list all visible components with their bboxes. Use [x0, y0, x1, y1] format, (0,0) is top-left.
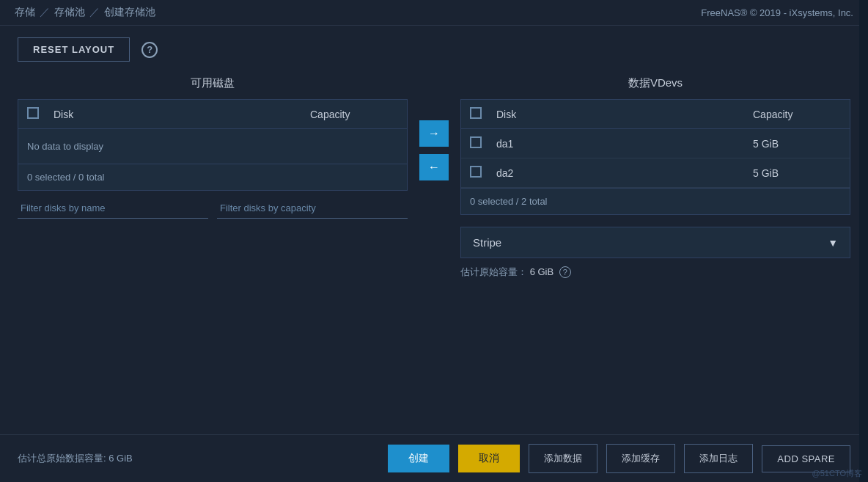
panels-container: 可用磁盘 Disk Capacity No data to display 0 …	[18, 76, 850, 279]
raw-capacity-value: 6 GiB	[530, 266, 554, 277]
row1-check	[470, 136, 496, 150]
dropdown-arrow-icon: ▼	[828, 237, 838, 249]
help-icon[interactable]: ?	[141, 42, 158, 58]
main-content: RESET LAYOUT ? 可用磁盘 Disk Capacity No dat…	[0, 26, 868, 291]
scrollbar[interactable]	[859, 0, 868, 482]
stripe-section: Stripe ▼ 估计原始容量： 6 GiB ?	[460, 227, 850, 279]
transfer-left-button[interactable]: ←	[419, 154, 449, 180]
table-row: da1 5 GiB	[461, 129, 850, 158]
breadcrumb-create[interactable]: 创建存储池	[104, 6, 155, 19]
table-row: da2 5 GiB	[461, 158, 850, 188]
no-data-message: No data to display	[18, 129, 407, 164]
breadcrumb-storage[interactable]: 存储	[15, 6, 35, 19]
right-panel: 数据VDevs Disk Capacity da1 5 GiB	[460, 76, 850, 279]
left-col-capacity-header: Capacity	[310, 109, 398, 120]
transfer-right-button[interactable]: →	[419, 120, 449, 147]
header-check-right	[470, 107, 496, 121]
reset-layout-button[interactable]: RESET LAYOUT	[18, 37, 130, 62]
sep2: ／	[89, 6, 100, 19]
right-col-capacity-header: Capacity	[753, 109, 841, 120]
left-table-footer: 0 selected / 0 total	[18, 164, 407, 190]
select-all-left-checkbox[interactable]	[27, 107, 39, 119]
select-all-right-checkbox[interactable]	[470, 107, 482, 119]
available-disks-header: Disk Capacity	[18, 100, 407, 129]
data-vdevs-table: Disk Capacity da1 5 GiB da2 5 GiB	[460, 99, 850, 215]
cancel-button[interactable]: 取消	[458, 445, 520, 472]
sep1: ／	[40, 6, 50, 19]
add-log-button[interactable]: 添加日志	[684, 444, 753, 473]
add-cache-button[interactable]: 添加缓存	[606, 444, 675, 473]
add-data-button[interactable]: 添加数据	[529, 444, 597, 473]
available-disks-table: Disk Capacity No data to display 0 selec…	[18, 99, 408, 191]
header-check-left	[27, 107, 54, 121]
right-table-footer: 0 selected / 2 total	[461, 188, 850, 214]
right-panel-title: 数据VDevs	[460, 76, 850, 90]
create-button[interactable]: 创建	[388, 445, 449, 472]
raw-capacity-info: 估计原始容量： 6 GiB ?	[460, 266, 850, 279]
row2-checkbox[interactable]	[470, 166, 482, 178]
transfer-buttons: → ←	[408, 120, 460, 180]
filter-capacity-input[interactable]	[217, 198, 408, 219]
top-bar: 存储 ／ 存储池 ／ 创建存储池 FreeNAS® © 2019 - iXsys…	[0, 0, 868, 26]
row2-disk: da2	[496, 167, 753, 179]
filter-row	[18, 198, 408, 219]
left-panel-title: 可用磁盘	[18, 76, 408, 90]
brand-text: FreeNAS® © 2019 - iXsystems, Inc.	[701, 7, 853, 18]
left-col-disk-header: Disk	[54, 109, 310, 120]
row1-checkbox[interactable]	[470, 136, 482, 148]
capacity-help-icon[interactable]: ?	[559, 266, 571, 278]
data-vdevs-header: Disk Capacity	[461, 100, 850, 129]
watermark: @51CTO博客	[812, 468, 862, 479]
bottom-bar: 估计总原始数据容量: 6 GiB 创建 取消 添加数据 添加缓存 添加日志 AD…	[0, 434, 868, 482]
top-actions: RESET LAYOUT ?	[18, 37, 850, 62]
stripe-dropdown[interactable]: Stripe ▼	[460, 227, 850, 258]
row1-disk: da1	[496, 138, 753, 150]
total-capacity-label: 估计总原始数据容量: 6 GiB	[18, 452, 379, 465]
raw-capacity-label: 估计原始容量：	[460, 266, 527, 277]
stripe-label: Stripe	[473, 236, 501, 249]
left-panel: 可用磁盘 Disk Capacity No data to display 0 …	[18, 76, 408, 219]
row2-check	[470, 166, 496, 180]
breadcrumb: 存储 ／ 存储池 ／ 创建存储池	[15, 6, 155, 19]
right-col-disk-header: Disk	[496, 109, 753, 120]
row2-capacity: 5 GiB	[753, 167, 841, 179]
row1-capacity: 5 GiB	[753, 138, 841, 150]
breadcrumb-pool[interactable]: 存储池	[54, 6, 85, 19]
filter-name-input[interactable]	[18, 198, 208, 219]
